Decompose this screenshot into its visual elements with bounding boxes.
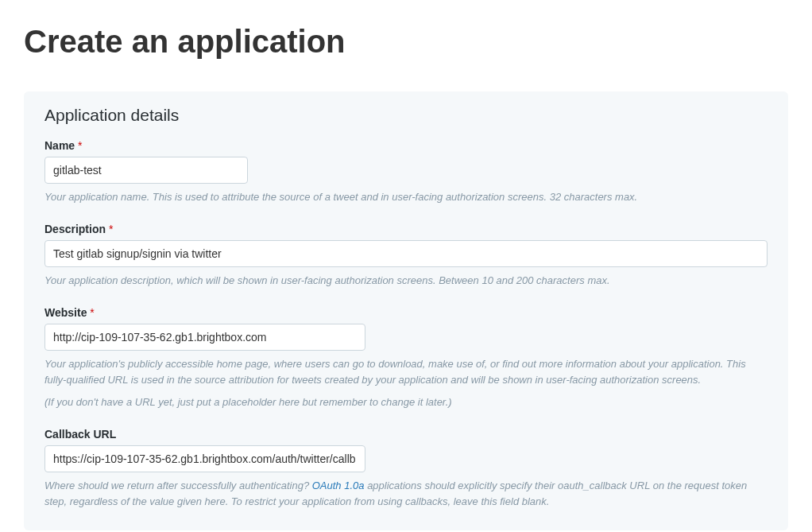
description-label: Description *: [44, 223, 768, 235]
description-help: Your application description, which will…: [44, 273, 768, 289]
required-marker: *: [78, 139, 82, 152]
callback-help: Where should we return after successfull…: [44, 478, 768, 510]
description-input[interactable]: [44, 240, 768, 267]
page-title: Create an application: [24, 24, 788, 60]
required-marker: *: [109, 223, 113, 235]
website-label: Website *: [44, 306, 768, 319]
description-field-group: Description * Your application descripti…: [44, 223, 768, 289]
name-help: Your application name. This is used to a…: [44, 189, 768, 205]
website-field-group: Website * Your application's publicly ac…: [44, 306, 768, 410]
website-label-text: Website: [44, 306, 87, 319]
oauth-link[interactable]: OAuth 1.0a: [312, 480, 365, 491]
name-field-group: Name * Your application name. This is us…: [44, 139, 768, 205]
application-details-panel: Application details Name * Your applicat…: [24, 91, 788, 530]
name-label-text: Name: [44, 139, 75, 152]
callback-field-group: Callback URL Where should we return afte…: [44, 428, 768, 510]
website-help-line2: (If you don't have a URL yet, just put a…: [44, 394, 768, 410]
name-label: Name *: [44, 139, 768, 152]
callback-input[interactable]: [44, 445, 365, 472]
description-label-text: Description: [44, 223, 106, 235]
callback-help-prefix: Where should we return after successfull…: [44, 480, 312, 491]
website-input[interactable]: [44, 324, 365, 351]
callback-label: Callback URL: [44, 428, 768, 441]
website-help-line1: Your application's publicly accessible h…: [44, 356, 768, 388]
required-marker: *: [90, 306, 94, 319]
callback-label-text: Callback URL: [44, 428, 116, 441]
name-input[interactable]: [44, 157, 248, 184]
panel-heading: Application details: [44, 106, 768, 125]
